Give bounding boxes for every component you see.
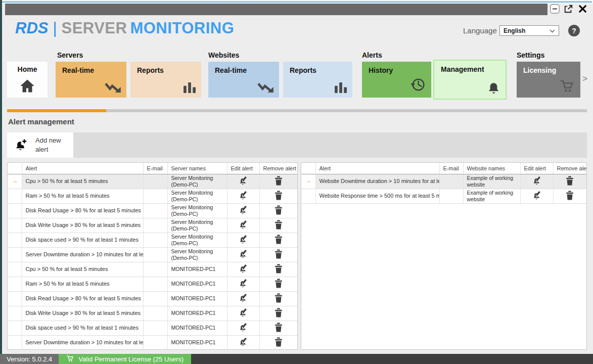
row-arrow-cell	[8, 247, 22, 262]
server-alert-row[interactable]: Ram > 50 % for at least 5 minutesMONITOR…	[8, 277, 297, 291]
cell-edit	[227, 218, 259, 233]
alert-cell: Disk Read Usage > 80 % for at least 5 mi…	[22, 291, 143, 306]
version-label: Version: 5.0.2.4	[0, 354, 59, 364]
server-alert-row[interactable]: Disk Write Usage > 80 % for at least 5 m…	[8, 218, 297, 233]
selected-row-arrow-icon: →	[8, 174, 22, 189]
edit-alert-button[interactable]	[239, 191, 248, 200]
trash-icon	[566, 194, 574, 202]
cell-edit	[227, 174, 259, 189]
remove-alert-button[interactable]	[275, 220, 283, 230]
house-icon	[7, 79, 48, 95]
remove-alert-button[interactable]	[275, 176, 283, 186]
server-alert-row[interactable]: Server Downtime duration > 10 minutes fo…	[8, 247, 297, 262]
add-new-alert-button[interactable]: Add new alert	[7, 132, 73, 158]
cell-remove	[259, 321, 297, 335]
language-select[interactable]: English	[499, 25, 559, 36]
remove-alert-button[interactable]	[275, 249, 283, 259]
remove-alert-button[interactable]	[275, 323, 283, 332]
column-header-blank	[301, 163, 315, 174]
server-alert-row[interactable]: Disk Write Usage > 80 % for at least 5 m…	[8, 306, 297, 321]
server-alert-row[interactable]: Server Downtime duration > 10 minutes fo…	[8, 335, 297, 350]
nav-tile-websites-reports[interactable]: Reports	[283, 62, 352, 98]
nav-tile-servers-realtime[interactable]: Real-time	[56, 62, 126, 98]
server-name-cell: MONITORED-PC1	[167, 277, 227, 291]
row-arrow-cell	[8, 321, 22, 335]
help-button[interactable]: ?	[568, 25, 580, 36]
remove-alert-button[interactable]	[275, 279, 283, 288]
edit-alert-button[interactable]	[239, 205, 248, 214]
cell-remove	[259, 218, 297, 233]
close-button[interactable]	[577, 5, 588, 15]
edit-alert-button[interactable]	[532, 191, 541, 200]
bell-edit-icon	[239, 311, 248, 318]
remove-alert-button[interactable]	[566, 191, 574, 200]
app-window: RDS|SERVERMONITORING Language English ? …	[0, 0, 593, 364]
remove-alert-button[interactable]	[566, 176, 574, 186]
cell-remove	[259, 203, 297, 218]
server-name-cell: Server Monitoring (Demo-PC)	[167, 218, 227, 233]
server-alert-row[interactable]: Disk space used > 90 % for at least 1 mi…	[8, 233, 297, 247]
nav-scroll-right-chevron[interactable]: >	[582, 74, 587, 84]
alert-cell: Website Response time > 500 ms for at le…	[315, 189, 439, 203]
nav-tile-alerts-history[interactable]: History	[362, 62, 431, 98]
bell-edit-icon	[239, 282, 248, 289]
edit-alert-button[interactable]	[239, 279, 248, 288]
tile-label: Reports	[290, 66, 316, 74]
server-alert-row[interactable]: Cpu > 50 % for at least 5 minutesMONITOR…	[8, 262, 297, 277]
server-alert-row[interactable]: Disk Read Usage > 80 % for at least 5 mi…	[8, 291, 297, 306]
column-header-e-mail: E-mail	[439, 163, 463, 174]
cell-edit	[227, 335, 259, 350]
edit-alert-button[interactable]	[239, 308, 248, 317]
server-alert-row[interactable]: Disk space used > 90 % for at least 1 mi…	[8, 321, 297, 335]
column-header-edit-alert: Edit alert	[520, 163, 553, 174]
edit-alert-button[interactable]	[239, 293, 248, 302]
edit-alert-button[interactable]	[239, 323, 248, 332]
nav-group-label-alerts: Alerts	[362, 51, 382, 59]
column-header-remove-alert: Remove alert	[553, 163, 586, 174]
alert-cell: Disk Write Usage > 80 % for at least 5 m…	[22, 218, 143, 233]
bell-edit-icon	[532, 194, 541, 201]
nav-tile-servers-reports[interactable]: Reports	[130, 62, 201, 98]
bell-edit-icon	[239, 326, 248, 333]
edit-alert-button[interactable]	[239, 264, 248, 273]
remove-alert-button[interactable]	[275, 191, 283, 200]
cell-edit	[520, 189, 553, 203]
status-bar: Version: 5.0.2.4 Valid Permanent License…	[0, 354, 593, 364]
remove-alert-button[interactable]	[275, 235, 283, 244]
nav-tile-home[interactable]: Home	[7, 62, 48, 98]
bell-edit-icon	[239, 223, 248, 231]
popout-button[interactable]	[563, 5, 574, 15]
server-alert-row[interactable]: Disk Read Usage > 80 % for at least 5 mi…	[8, 203, 297, 218]
remove-alert-button[interactable]	[275, 308, 283, 317]
cell-edit	[227, 277, 259, 291]
server-alert-row[interactable]: →Cpu > 50 % for at least 5 minutesServer…	[8, 174, 297, 189]
email-cell	[143, 335, 167, 350]
trash-icon	[275, 209, 283, 216]
edit-alert-button[interactable]	[532, 176, 541, 185]
remove-alert-button[interactable]	[275, 205, 283, 215]
alert-cell: Website Downtime duration > 10 minutes f…	[315, 174, 439, 189]
edit-alert-button[interactable]	[239, 337, 248, 346]
language-label: Language	[463, 26, 497, 35]
logo-monitoring: MONITORING	[130, 19, 234, 37]
remove-alert-button[interactable]	[275, 337, 283, 347]
minimize-button[interactable]	[549, 5, 560, 15]
license-badge: Valid Permanent License (25 Users)	[59, 354, 191, 364]
nav-tile-websites-realtime[interactable]: Real-time	[208, 62, 279, 98]
edit-alert-button[interactable]	[239, 235, 248, 244]
website-alert-row[interactable]: →Website Downtime duration > 10 minutes …	[301, 174, 586, 189]
edit-alert-button[interactable]	[239, 220, 248, 229]
website-alert-row[interactable]: Website Response time > 500 ms for at le…	[301, 189, 586, 203]
edit-alert-button[interactable]	[239, 176, 248, 185]
server-alert-row[interactable]: Ram > 50 % for at least 5 minutesServer …	[8, 189, 297, 203]
email-cell	[143, 277, 167, 291]
bar-chart-icon	[335, 81, 347, 95]
edit-alert-button[interactable]	[239, 249, 248, 258]
row-arrow-cell	[8, 233, 22, 247]
remove-alert-button[interactable]	[275, 293, 283, 303]
trash-icon	[275, 238, 283, 246]
nav-tile-settings-licensing[interactable]: Licensing	[517, 62, 580, 98]
nav-tile-alerts-management[interactable]: Management	[433, 60, 507, 100]
remove-alert-button[interactable]	[275, 264, 283, 274]
tile-label: Management	[441, 65, 484, 73]
